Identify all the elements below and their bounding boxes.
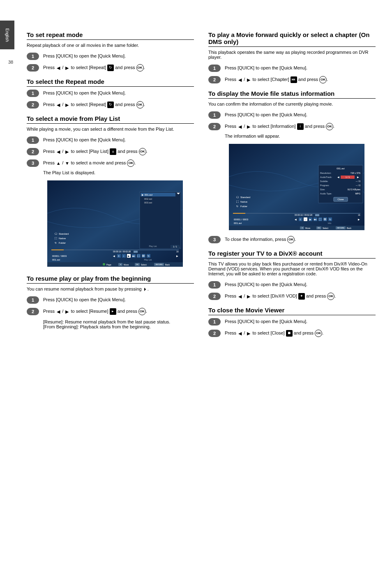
step-badge: 1	[208, 111, 221, 119]
right-arrow-icon: ▶	[246, 294, 251, 299]
ok-button-icon: OK	[315, 330, 322, 337]
ok-button-icon: OK	[139, 148, 146, 155]
step-text: Press [QUICK] to open the [Quick Menu].	[43, 136, 194, 143]
svg-text:Folder: Folder	[59, 242, 66, 244]
svg-text:RETURN: RETURN	[337, 227, 344, 229]
section-title: To register your TV to a DivX® account	[208, 250, 376, 259]
svg-text:AudioTrack:: AudioTrack:	[320, 176, 332, 178]
step-badge: 2	[208, 293, 221, 300]
step-text: Press [QUICK] to open the [Quick Menu].	[43, 296, 194, 303]
step-text: Press [QUICK] to open the [Quick Menu].	[225, 281, 376, 288]
repeat-icon: ↻	[107, 65, 114, 71]
svg-text:Select: Select	[323, 227, 329, 229]
svg-text:Resolution:: Resolution:	[320, 172, 332, 174]
svg-text:Select: Select	[141, 263, 147, 266]
svg-text:⛶: ⛶	[236, 201, 239, 203]
step-text: Press ◀ / ▶ to select [Repeat] ↻ and pre…	[43, 101, 194, 109]
up-arrow-icon: ▲	[56, 161, 61, 166]
svg-text:Size:: Size:	[320, 188, 325, 191]
section-sub: While playing a movie, you can select a …	[27, 127, 194, 132]
step-badge: 1	[27, 136, 39, 144]
svg-text:▶: ▶	[358, 218, 360, 221]
left-arrow-icon: ◀	[238, 331, 242, 336]
divx-icon: ✦	[298, 293, 305, 300]
svg-text:9172 KBytes: 9172 KBytes	[348, 188, 360, 191]
ok-button-icon: OK	[136, 101, 144, 109]
svg-text:Move: Move	[305, 227, 310, 229]
svg-text:Subtitle:: Subtitle:	[320, 180, 328, 182]
step-badge: 2	[208, 76, 221, 83]
step-badge: 1	[208, 318, 221, 326]
svg-text:Back: Back	[347, 227, 352, 229]
svg-text:00:00:16 / 00:02:28: 00:00:16 / 00:02:28	[113, 250, 131, 253]
ok-button-icon: OK	[319, 76, 327, 83]
step-text: Press ▲ / ▼ to select a movie and press …	[43, 159, 194, 176]
svg-text:Play List: Play List	[144, 259, 152, 261]
step-text: Press [QUICK] to open the [Quick Menu].	[43, 90, 194, 97]
step-text: Press [QUICK] to open the [Quick Menu].	[225, 111, 376, 118]
step-badge: 3	[208, 236, 221, 243]
svg-text:⏭: ⏭	[132, 255, 135, 257]
svg-text:001.avi: 001.avi	[337, 167, 344, 170]
svg-text:◀: ◀	[337, 176, 339, 178]
svg-text:Standard: Standard	[240, 196, 250, 199]
svg-text:OK: OK	[318, 227, 320, 229]
step-badge: 2	[208, 330, 221, 337]
svg-text:i: i	[305, 218, 305, 221]
step-badge: 1	[208, 65, 221, 72]
svg-text:▶: ▶	[357, 176, 359, 178]
svg-rect-18	[51, 249, 64, 250]
svg-text:▶ 001.avi: ▶ 001.avi	[142, 194, 152, 196]
section-sub: This TV allows you to play back files pu…	[208, 261, 376, 276]
step-text: Press ◀ / ▶ to select [Information] i an…	[225, 123, 376, 140]
svg-rect-7	[140, 192, 181, 249]
svg-text:⛶: ⛶	[55, 237, 57, 240]
svg-text:🖵: 🖵	[55, 233, 57, 235]
svg-text:i: i	[123, 255, 124, 257]
step-badge: 1	[27, 53, 39, 60]
step-text: Press [QUICK] to open the [Quick Menu].	[225, 65, 376, 72]
svg-text:≡: ≡	[118, 255, 120, 257]
svg-rect-80	[233, 213, 245, 214]
right-arrow-icon: ▶	[65, 102, 69, 107]
section-title: To display the Movie file status informa…	[208, 90, 376, 99]
step-badge: 1	[208, 281, 221, 289]
step-text: Press [QUICK] to open the [Quick Menu].	[225, 318, 376, 325]
section-title: To select the Repeat mode	[27, 78, 194, 87]
left-arrow-icon: ◀	[238, 77, 242, 82]
ok-button-icon: OK	[327, 293, 334, 300]
svg-text:▶: ▶	[309, 218, 311, 221]
svg-text:↻: ↻	[329, 218, 331, 221]
svg-text:001.avi: 001.avi	[52, 259, 60, 261]
svg-text:Native: Native	[240, 201, 248, 203]
ok-button-icon: OK	[326, 123, 333, 130]
svg-text:00001 / 0003: 00001 / 0003	[52, 255, 67, 257]
svg-text:⏭: ⏭	[314, 218, 316, 221]
ok-button-icon: OK	[138, 308, 146, 315]
svg-text:Play List: Play List	[149, 245, 157, 247]
svg-text:-- / 0: -- / 0	[356, 180, 360, 182]
svg-text:00:00:16 / 00:02:28: 00:00:16 / 00:02:28	[295, 214, 312, 216]
svg-text:Close: Close	[337, 198, 344, 201]
svg-text:≡: ≡	[300, 218, 301, 221]
svg-text:▶: ▶	[128, 255, 130, 257]
svg-text:16: 16	[358, 214, 360, 216]
left-arrow-icon: ◀	[56, 65, 61, 70]
svg-text:00001 / 0003: 00001 / 0003	[234, 218, 249, 221]
svg-text:Folder: Folder	[240, 205, 247, 208]
right-arrow-icon: ▶	[246, 77, 251, 82]
svg-text:16: 16	[176, 250, 179, 253]
down-arrow-icon: ▼	[65, 161, 69, 166]
step-badge: 2	[27, 64, 39, 72]
step-badge: 3	[27, 159, 39, 167]
step-text: To close the information, press OK.	[225, 236, 376, 243]
svg-text:1 / 1: 1 / 1	[346, 176, 350, 178]
playlist-screenshot: 🖵Standard ⛶Native ↻Folder Play List ▶ 00…	[47, 180, 183, 268]
svg-text:003.avi: 003.avi	[144, 201, 152, 204]
section-title: To select a movie from Play List	[27, 115, 194, 124]
section-title: To close the Movie Viewer	[208, 307, 376, 315]
page-number: 38	[8, 60, 13, 65]
section-title: To play a Movie forward quickly or selec…	[208, 31, 376, 47]
section-title: To resume play or play from the beginnin…	[27, 275, 194, 284]
svg-text:↻: ↻	[236, 205, 238, 208]
